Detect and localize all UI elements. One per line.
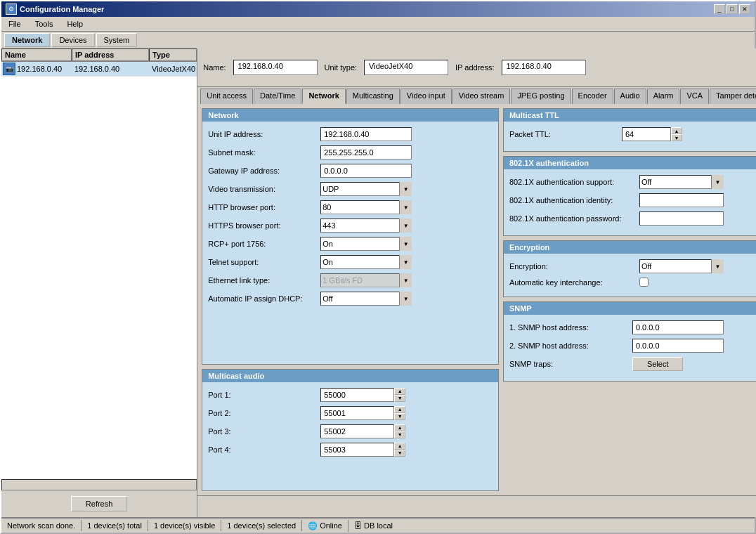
port1-down-button[interactable]: ▼: [394, 395, 405, 402]
minimize-button[interactable]: _: [714, 4, 725, 14]
auth-support-select-wrapper: OffOn ▼: [639, 175, 724, 189]
action-bar: Set: [197, 495, 756, 517]
tab-alarm[interactable]: Alarm: [647, 89, 680, 104]
name-label: Name:: [203, 63, 226, 72]
unit-ip-input[interactable]: [320, 127, 412, 141]
tab-encoder[interactable]: Encoder: [572, 89, 613, 104]
snmp-traps-select-button[interactable]: Select: [632, 357, 684, 371]
video-transmission-select[interactable]: UDPTCPHTTP: [320, 182, 412, 196]
packet-ttl-spinbox: ▲ ▼: [622, 127, 682, 141]
auth-password-input[interactable]: [639, 211, 724, 226]
ethernet-label: Ethernet link type:: [208, 276, 320, 285]
toolbar-tab-network[interactable]: Network: [4, 33, 50, 47]
rcp-port-select-wrapper: OnOff ▼: [320, 237, 412, 251]
port1-up-button[interactable]: ▲: [394, 388, 405, 395]
port3-label: Port 3:: [208, 427, 320, 436]
auth-identity-row: 802.1X authentication identity:: [509, 193, 756, 207]
snmp-section: SNMP 1. SNMP host address: 2. SNMP host …: [503, 301, 756, 382]
tab-multicasting[interactable]: Multicasting: [346, 89, 400, 104]
list-item[interactable]: 📷 192.168.0.40 192.168.0.40 VideoJetX40: [1, 62, 197, 77]
auth-password-label: 802.1X authentication password:: [509, 214, 639, 223]
tab-bar: Unit access Date/Time Network Multicasti…: [197, 87, 756, 104]
auth-support-label: 802.1X authentication support:: [509, 178, 639, 186]
port2-down-button[interactable]: ▼: [394, 413, 405, 420]
port3-input[interactable]: [320, 424, 394, 438]
port2-spinbox: ▲ ▼: [320, 406, 405, 420]
refresh-button[interactable]: Refresh: [71, 496, 127, 512]
auto-key-label: Automatic key interchange:: [509, 278, 639, 287]
tab-vca[interactable]: VCA: [680, 89, 709, 104]
toolbar-tab-devices[interactable]: Devices: [51, 33, 94, 47]
http-port-row: HTTP browser port: 808080 ▼: [208, 200, 493, 214]
http-port-select[interactable]: 808080: [320, 200, 412, 214]
rcp-port-label: RCP+ port 1756:: [208, 240, 320, 248]
encryption-select[interactable]: OffOn: [639, 259, 724, 273]
tab-unit-access[interactable]: Unit access: [200, 89, 253, 104]
port3-up-button[interactable]: ▲: [394, 424, 405, 431]
title-bar: ⚙ Configuration Manager _ □ ✕: [1, 1, 755, 17]
status-bar: Network scan done. 1 device(s) total 1 d…: [1, 517, 755, 533]
snmp-host1-row: 1. SNMP host address:: [509, 320, 756, 334]
device-ip: 192.168.0.40: [74, 65, 152, 73]
subnet-input[interactable]: [320, 145, 412, 159]
snmp-host2-label: 2. SNMP host address:: [509, 341, 632, 350]
port2-input[interactable]: [320, 406, 394, 420]
auth-identity-input[interactable]: [639, 193, 724, 207]
col-header-ip: IP address: [72, 48, 149, 61]
snmp-host2-row: 2. SNMP host address:: [509, 339, 756, 353]
port2-up-button[interactable]: ▲: [394, 406, 405, 413]
tools-menu[interactable]: Tools: [31, 18, 58, 30]
https-port-select-wrapper: 4438443 ▼: [320, 219, 412, 233]
port4-input[interactable]: [320, 443, 394, 457]
rcp-port-row: RCP+ port 1756: OnOff ▼: [208, 237, 493, 251]
online-icon: 🌐: [308, 521, 318, 530]
dhcp-select[interactable]: OffOn: [320, 292, 412, 306]
tab-video-input[interactable]: Video input: [400, 89, 452, 104]
spinbox-up-button[interactable]: ▲: [671, 127, 682, 134]
dhcp-row: Automatic IP assign DHCP: OffOn ▼: [208, 292, 493, 306]
maximize-button[interactable]: □: [726, 4, 738, 14]
auto-key-checkbox[interactable]: [639, 278, 649, 287]
packet-ttl-input[interactable]: [622, 127, 671, 141]
device-type: VideoJetX40: [152, 65, 195, 73]
snmp-host2-input[interactable]: [632, 339, 724, 353]
port3-down-button[interactable]: ▼: [394, 431, 405, 438]
auth-password-row: 802.1X authentication password:: [509, 211, 756, 226]
tab-video-stream[interactable]: Video stream: [452, 89, 511, 104]
tab-audio[interactable]: Audio: [614, 89, 646, 104]
tab-network[interactable]: Network: [302, 89, 345, 104]
port1-spinbox: ▲ ▼: [320, 388, 405, 402]
port2-row: Port 2: ▲ ▼: [208, 406, 493, 420]
unit-type-value: VideoJetX40: [364, 60, 448, 75]
close-button[interactable]: ✕: [739, 4, 750, 14]
multicast-ttl-title: Multicast TTL: [504, 109, 756, 122]
tab-jpeg-posting[interactable]: JPEG posting: [511, 89, 571, 104]
subnet-label: Subnet mask:: [208, 148, 320, 157]
snmp-host1-input[interactable]: [632, 320, 724, 334]
packet-ttl-label: Packet TTL:: [509, 130, 622, 138]
https-port-select[interactable]: 4438443: [320, 219, 412, 233]
telnet-label: Telnet support:: [208, 258, 320, 266]
device-list[interactable]: 📷 192.168.0.40 192.168.0.40 VideoJetX40: [1, 62, 197, 479]
port1-row: Port 1: ▲ ▼: [208, 388, 493, 402]
gateway-input[interactable]: [320, 164, 412, 178]
telnet-select[interactable]: OnOff: [320, 255, 412, 269]
port4-up-button[interactable]: ▲: [394, 443, 405, 450]
auth-support-select[interactable]: OffOn: [639, 175, 724, 189]
port1-input[interactable]: [320, 388, 394, 402]
menu-bar: File Tools Help: [1, 17, 755, 32]
device-icon: 📷: [3, 63, 15, 75]
left-panel: Name IP address Type 📷 192.168.0.40 192.…: [1, 48, 197, 517]
tab-datetime[interactable]: Date/Time: [254, 89, 301, 104]
help-menu[interactable]: Help: [63, 18, 87, 30]
rcp-port-select[interactable]: OnOff: [320, 237, 412, 251]
tab-tamper[interactable]: Tamper detector: [710, 89, 756, 104]
port4-down-button[interactable]: ▼: [394, 450, 405, 457]
dhcp-label: Automatic IP assign DHCP:: [208, 294, 320, 303]
file-menu[interactable]: File: [4, 18, 25, 30]
spinbox-down-button[interactable]: ▼: [671, 134, 682, 141]
horizontal-scrollbar[interactable]: [1, 479, 197, 490]
toolbar-tab-system[interactable]: System: [96, 33, 138, 47]
multicast-audio-title: Multicast audio: [202, 370, 498, 382]
auth-identity-label: 802.1X authentication identity:: [509, 196, 639, 204]
